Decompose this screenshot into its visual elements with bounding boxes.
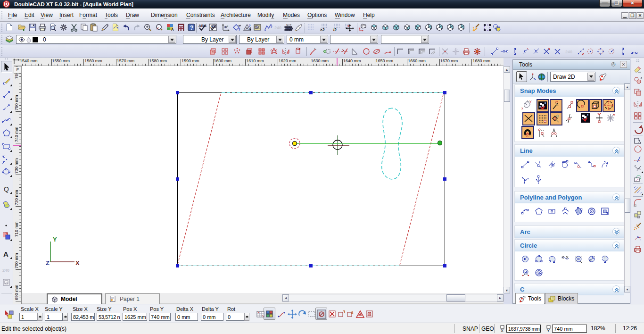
svg-text:Y: Y xyxy=(53,236,57,243)
svg-text:x: x xyxy=(521,106,523,110)
svg-text:240: 240 xyxy=(565,50,572,54)
svg-text:x: x xyxy=(227,25,228,27)
svg-text:Y: Y xyxy=(547,328,550,333)
svg-text:×2: ×2 xyxy=(320,27,325,32)
svg-text:A: A xyxy=(171,27,174,32)
svg-text:2: 2 xyxy=(351,310,354,315)
svg-text:X: X xyxy=(501,328,504,333)
svg-text:?: ? xyxy=(190,25,193,31)
svg-text:?: ? xyxy=(248,24,251,28)
svg-text:Z: Z xyxy=(46,259,50,267)
svg-text:A: A xyxy=(3,250,8,258)
svg-text:240: 240 xyxy=(274,25,281,30)
svg-text:A: A xyxy=(526,134,528,137)
svg-text:?: ? xyxy=(270,25,272,29)
svg-text:?: ? xyxy=(238,27,240,32)
svg-text:240: 240 xyxy=(2,268,9,273)
svg-text:S=?: S=? xyxy=(286,24,292,26)
svg-text:Q: Q xyxy=(4,185,9,193)
svg-text:X: X xyxy=(75,259,80,267)
svg-text:S=: S= xyxy=(256,26,258,29)
svg-text:/2: /2 xyxy=(333,27,337,32)
svg-text:Y: Y xyxy=(529,100,532,103)
